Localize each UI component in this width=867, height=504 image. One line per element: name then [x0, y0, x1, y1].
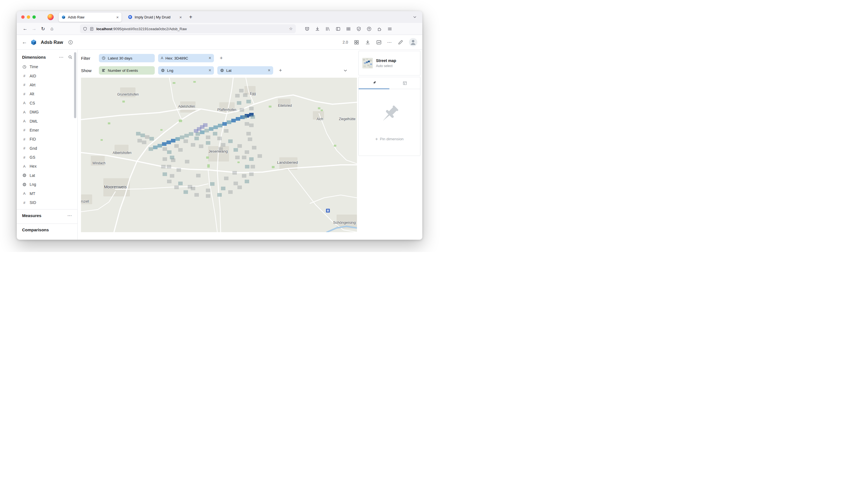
pin-tab[interactable]: [358, 77, 389, 89]
browser-tab-adsb-raw[interactable]: Adsb Raw ×: [58, 13, 121, 22]
chart-export-icon[interactable]: [376, 40, 382, 45]
new-tab-button[interactable]: +: [189, 14, 192, 20]
map-label: Adelshofen: [178, 105, 195, 108]
minimize-window-button[interactable]: [27, 15, 30, 19]
show-pill[interactable]: Lng×: [158, 66, 214, 75]
containers-icon[interactable]: [346, 26, 351, 31]
heatmap-cell: [206, 189, 210, 192]
filter-row: Filter Latest 30 daysAHex: 3D489C× +: [81, 52, 357, 64]
map-visualization[interactable]: GrunertshofenAdelshofenPfaffenhofenEggEi…: [81, 78, 357, 232]
heatmap-cell: [232, 171, 237, 175]
heatmap-cell: [162, 157, 167, 161]
search-icon[interactable]: [68, 55, 72, 59]
edit-pencil-icon[interactable]: [398, 40, 403, 45]
tracking-shield-icon[interactable]: [83, 27, 87, 31]
heatmap-cell: [210, 182, 215, 186]
sidebar-item-aid[interactable]: #AID: [17, 71, 77, 80]
user-avatar[interactable]: [409, 38, 417, 46]
zoom-window-button[interactable]: [32, 15, 36, 19]
download-icon[interactable]: [365, 40, 371, 45]
extensions-puzzle-icon[interactable]: [377, 26, 382, 31]
view-options-icon[interactable]: [354, 40, 359, 45]
menu-hamburger-icon[interactable]: [387, 26, 392, 31]
sidebar-item-time[interactable]: Time: [17, 62, 77, 71]
map-style-card[interactable]: Street map Auto select: [358, 51, 420, 75]
heatmap-cell: [249, 157, 254, 161]
sidebar-item-fid[interactable]: #FID: [17, 135, 77, 143]
measures-section[interactable]: Measures ···: [17, 209, 77, 221]
heatmap-cell: [249, 124, 254, 127]
remove-pill-icon[interactable]: ×: [208, 56, 211, 60]
heatmap-cell: [242, 156, 246, 159]
show-pill[interactable]: Lat×: [217, 66, 273, 75]
filter-pill[interactable]: Latest 30 days: [99, 54, 155, 62]
sidebar-scrollbar[interactable]: [74, 52, 76, 118]
library-icon[interactable]: [325, 26, 330, 31]
sidebar-item-lat[interactable]: Lat: [17, 171, 77, 180]
reload-button[interactable]: ↻: [39, 24, 47, 33]
sidebar-item-gs[interactable]: #GS: [17, 153, 77, 162]
show-label: Show: [81, 68, 96, 73]
bookmark-star-icon[interactable]: ☆: [289, 26, 293, 31]
heatmap-cell: [237, 101, 241, 105]
clock-icon: [22, 65, 26, 69]
sidebar-item-cs[interactable]: ACS: [17, 99, 77, 108]
sidebar-item-alt[interactable]: #Alt: [17, 89, 77, 98]
more-options-icon[interactable]: ···: [387, 40, 392, 44]
adblock-shield-icon[interactable]: [356, 26, 361, 31]
heatmap-cell: [137, 139, 142, 142]
url-bar[interactable]: localhost:9095/pivot/i/0cc32191ceada0cbc…: [80, 24, 296, 33]
collapse-chevron-icon[interactable]: [343, 68, 347, 73]
heatmap-cell: [237, 185, 242, 189]
heatmap-cell: [191, 143, 195, 147]
heatmap-cell: [245, 122, 249, 126]
sidebar-item-dmg[interactable]: ADMG: [17, 108, 77, 117]
add-filter-button[interactable]: +: [217, 54, 225, 62]
heatmap-cell: [228, 190, 233, 194]
sidebar-item-mt[interactable]: AMT: [17, 189, 77, 198]
info-icon[interactable]: [68, 40, 73, 45]
sidebar-item-lng[interactable]: Lng: [17, 180, 77, 189]
close-window-button[interactable]: [21, 15, 24, 19]
right-panel: Street map Auto select: [357, 50, 422, 240]
page-info-icon[interactable]: [90, 27, 94, 31]
map-green-patch: [334, 145, 336, 147]
show-pill[interactable]: Number of Events: [99, 66, 155, 75]
password-manager-icon[interactable]: [367, 26, 372, 31]
filter-pill[interactable]: AHex: 3D489C×: [158, 54, 214, 62]
sidebar-item-dml[interactable]: ADML: [17, 117, 77, 126]
tab-overflow-chevron-icon[interactable]: [413, 15, 417, 19]
tab-close-icon[interactable]: ×: [116, 15, 119, 20]
sidebar-toggle-icon[interactable]: [336, 26, 341, 31]
dimension-label: Emer: [30, 128, 39, 132]
map-label: Aich: [317, 117, 323, 121]
table-tab[interactable]: [389, 77, 420, 89]
tab-close-icon[interactable]: ×: [179, 15, 182, 20]
letter-icon: A: [161, 56, 163, 60]
pocket-icon[interactable]: [305, 26, 310, 31]
pill-label: Lng: [167, 68, 206, 73]
sidebar-item-alrt[interactable]: #Alrt: [17, 81, 77, 89]
remove-pill-icon[interactable]: ×: [208, 68, 211, 73]
browser-tab-imply-druid[interactable]: Imply Druid | My Druid ×: [126, 13, 185, 22]
sidebar-item-emer[interactable]: #Emer: [17, 126, 77, 135]
map-green-patch: [318, 107, 320, 109]
back-button[interactable]: ←: [21, 24, 30, 33]
dimensions-more-icon[interactable]: ···: [59, 55, 64, 59]
heatmap-cell: [153, 146, 158, 149]
comparisons-section[interactable]: Comparisons: [17, 224, 77, 236]
downloads-icon[interactable]: [315, 26, 320, 31]
sidebar-item-sid[interactable]: #SID: [17, 198, 77, 207]
url-text: localhost:9095/pivot/i/0cc32191ceada0cbc…: [96, 27, 187, 31]
heatmap-cell: [221, 186, 225, 190]
heatmap-cell: [245, 150, 249, 154]
forward-button[interactable]: →: [30, 24, 39, 33]
add-show-button[interactable]: +: [277, 66, 284, 74]
app-back-button[interactable]: ←: [22, 39, 27, 45]
pin-dimension-button[interactable]: + Pin dimension: [375, 137, 404, 141]
remove-pill-icon[interactable]: ×: [268, 68, 270, 73]
measures-more-icon[interactable]: ···: [67, 213, 72, 218]
home-button[interactable]: ⌂: [47, 24, 56, 33]
sidebar-item-gnd[interactable]: #Gnd: [17, 144, 77, 153]
sidebar-item-hex[interactable]: AHex: [17, 162, 77, 171]
